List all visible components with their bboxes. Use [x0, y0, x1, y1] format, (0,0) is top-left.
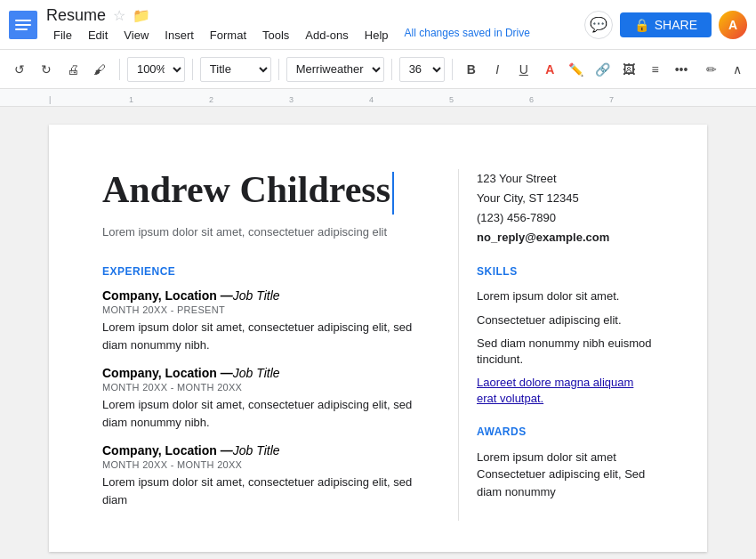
- ruler: | 1 2 3 4 5 6 7: [0, 89, 756, 107]
- share-label: SHARE: [655, 18, 697, 32]
- resume-right: 123 Your Street Your City, ST 12345 (123…: [458, 169, 654, 521]
- align-button[interactable]: ≡: [644, 57, 667, 82]
- skill-1: Lorem ipsum dolor sit amet.: [477, 288, 654, 304]
- image-button[interactable]: 🖼: [617, 57, 640, 82]
- job-2-dates: MONTH 20XX - MONTH 20XX: [102, 382, 431, 393]
- font-select[interactable]: Merriweather Arial Times New Roman: [286, 57, 384, 82]
- link-button[interactable]: 🔗: [591, 57, 615, 82]
- italic-button[interactable]: I: [486, 57, 509, 82]
- highlight-button[interactable]: ✏️: [565, 57, 588, 82]
- ruler-mark-5: 5: [449, 95, 454, 104]
- job-1-dates: MONTH 20XX - PRESENT: [102, 304, 431, 315]
- job-3-company: Company, Location —: [102, 443, 233, 458]
- resume-left: Andrew Childress Lorem ipsum dolor sit a…: [102, 169, 458, 521]
- bold-button[interactable]: B: [460, 57, 483, 82]
- header-actions: 💬 🔒 SHARE A: [584, 11, 747, 39]
- toolbar: ↺ ↻ 🖨 🖌 100% 75% 125% Title Normal Headi…: [0, 50, 756, 89]
- skill-2: Consectetuer adipiscing elit.: [477, 312, 654, 328]
- name-text: Andrew Childress: [102, 169, 390, 210]
- skill-3: Sed diam nonummy nibh euismod tincidunt.: [477, 336, 654, 368]
- job-3-title-row: Company, Location — Job Title: [102, 443, 431, 458]
- redo-button[interactable]: ↻: [34, 57, 59, 82]
- ruler-mark-7: 7: [609, 95, 614, 104]
- sep4: [391, 59, 392, 80]
- font-color-button[interactable]: A: [539, 57, 562, 82]
- sep2: [192, 59, 193, 80]
- menu-tools[interactable]: Tools: [255, 27, 296, 44]
- awards-title: AWARDS: [477, 425, 654, 438]
- job-1-desc: Lorem ipsum dolor sit amet, consectetuer…: [102, 319, 431, 353]
- undo-button[interactable]: ↺: [7, 57, 32, 82]
- contact-email: no_reply@example.com: [477, 228, 654, 247]
- job-2-company: Company, Location —: [102, 366, 233, 380]
- menu-file[interactable]: File: [46, 27, 79, 44]
- paint-format-button[interactable]: 🖌: [87, 57, 112, 82]
- ruler-mark-1: 1: [129, 95, 133, 104]
- job-2-desc: Lorem ipsum dolor sit amet, consectetuer…: [102, 396, 431, 431]
- print-button[interactable]: 🖨: [60, 57, 85, 82]
- menu-help[interactable]: Help: [358, 27, 396, 44]
- awards-text: Lorem ipsum dolor sit amet Consectetuer …: [477, 449, 654, 501]
- menu-bar: File Edit View Insert Format Tools Add-o…: [46, 27, 584, 44]
- zoom-select[interactable]: 100% 75% 125%: [127, 57, 185, 82]
- avatar[interactable]: A: [719, 11, 747, 39]
- ruler-mark-4: 4: [369, 95, 374, 104]
- skills-list: Lorem ipsum dolor sit amet. Consectetuer…: [477, 288, 654, 407]
- sep3: [278, 59, 279, 80]
- menu-insert[interactable]: Insert: [157, 27, 201, 44]
- skills-title: SKILLS: [477, 265, 654, 278]
- menu-view[interactable]: View: [117, 27, 156, 44]
- text-cursor: [392, 172, 394, 215]
- ruler-mark-0: |: [49, 95, 51, 104]
- ruler-mark-3: 3: [289, 95, 294, 104]
- share-button[interactable]: 🔒 SHARE: [620, 12, 712, 37]
- doc-title[interactable]: Resume: [46, 6, 106, 25]
- sep5: [452, 59, 453, 80]
- style-select[interactable]: Title Normal Heading 1: [200, 57, 271, 82]
- ruler-inner: | 1 2 3 4 5 6 7: [49, 89, 707, 106]
- star-icon[interactable]: ☆: [113, 7, 125, 24]
- job-3-title: Job Title: [233, 443, 280, 458]
- contact-block: 123 Your Street Your City, ST 12345 (123…: [477, 169, 654, 247]
- comment-button[interactable]: 💬: [584, 11, 613, 39]
- resume-name: Andrew Childress: [102, 169, 431, 215]
- title-bar: Resume ☆ 📁 File Edit View Insert Format …: [0, 0, 756, 50]
- resume-tagline: Lorem ipsum dolor sit amet, consectetuer…: [102, 225, 431, 239]
- job-2-title: Job Title: [233, 366, 280, 380]
- title-section: Resume ☆ 📁 File Edit View Insert Format …: [46, 6, 584, 44]
- sep1: [119, 59, 120, 80]
- font-size-select[interactable]: 36 10 12 14: [399, 57, 445, 82]
- doc-area: Andrew Childress Lorem ipsum dolor sit a…: [0, 107, 756, 559]
- job-1-title: Job Title: [233, 288, 280, 303]
- contact-phone: (123) 456-7890: [477, 208, 654, 228]
- job-3-dates: MONTH 20XX - MONTH 20XX: [102, 459, 431, 470]
- app-icon: [9, 11, 37, 39]
- resume-grid: Andrew Childress Lorem ipsum dolor sit a…: [102, 169, 654, 521]
- folder-icon[interactable]: 📁: [133, 7, 150, 24]
- experience-title: EXPERIENCE: [102, 265, 431, 278]
- job-2-title-row: Company, Location — Job Title: [102, 366, 431, 380]
- drive-status-link[interactable]: All changes saved in Drive: [405, 27, 530, 39]
- job-1-company: Company, Location —: [102, 288, 233, 303]
- skill-4: Laoreet dolore magna aliquam erat volutp…: [477, 375, 654, 407]
- contact-street: 123 Your Street: [477, 169, 654, 189]
- job-1-title-row: Company, Location — Job Title: [102, 288, 431, 303]
- job-3-desc: Lorem ipsum dolor sit amet, consectetuer…: [102, 474, 431, 508]
- contact-citystate: Your City, ST 12345: [477, 189, 654, 208]
- expand-button[interactable]: ∧: [726, 57, 749, 82]
- more-button[interactable]: •••: [670, 57, 693, 82]
- underline-button[interactable]: U: [512, 57, 535, 82]
- pen-button[interactable]: ✏: [700, 57, 723, 82]
- page: Andrew Childress Lorem ipsum dolor sit a…: [49, 125, 707, 552]
- menu-edit[interactable]: Edit: [81, 27, 115, 44]
- lock-icon: 🔒: [634, 18, 649, 32]
- ruler-mark-2: 2: [209, 95, 213, 104]
- drive-status: All changes saved in Drive: [405, 27, 530, 44]
- menu-format[interactable]: Format: [203, 27, 253, 44]
- menu-addons[interactable]: Add-ons: [298, 27, 355, 44]
- history-group: ↺ ↻ 🖨 🖌: [7, 57, 112, 82]
- ruler-mark-6: 6: [529, 95, 534, 104]
